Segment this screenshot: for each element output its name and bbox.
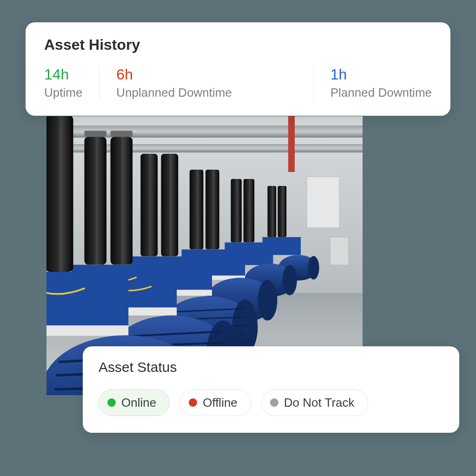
metric-unplanned-value: 6h — [116, 66, 296, 83]
svg-rect-24 — [161, 154, 178, 257]
metric-uptime-label: Uptime — [44, 86, 82, 100]
metric-unplanned-downtime: 6h Unplanned Downtime — [116, 66, 313, 100]
svg-rect-7 — [268, 186, 277, 237]
status-dot-icon — [107, 398, 116, 407]
status-option-do-not-track[interactable]: Do Not Track — [261, 389, 368, 416]
svg-rect-34 — [84, 137, 106, 264]
metric-planned-downtime: 1h Planned Downtime — [331, 66, 432, 100]
svg-rect-36 — [84, 131, 106, 137]
svg-rect-6 — [330, 237, 349, 265]
svg-point-16 — [283, 265, 297, 295]
svg-rect-5 — [307, 177, 339, 228]
svg-rect-51 — [46, 325, 128, 336]
asset-history-title: Asset History — [44, 36, 432, 53]
metric-planned-label: Planned Downtime — [331, 86, 432, 100]
metric-divider — [313, 66, 314, 100]
status-option-label: Online — [121, 396, 156, 410]
svg-rect-50 — [46, 272, 128, 333]
svg-rect-8 — [278, 186, 287, 237]
svg-rect-4 — [288, 116, 295, 172]
metric-unplanned-label: Unplanned Downtime — [116, 86, 296, 100]
metric-uptime: 14h Uptime — [44, 66, 99, 100]
status-option-label: Offline — [203, 396, 238, 410]
asset-status-title: Asset Status — [99, 359, 443, 375]
metric-divider — [99, 66, 99, 100]
svg-point-22 — [258, 280, 277, 320]
status-option-label: Do Not Track — [284, 396, 355, 410]
svg-rect-37 — [111, 131, 133, 137]
metric-planned-value: 1h — [331, 66, 432, 83]
asset-status-card: Asset Status Online Offline Do Not Track — [83, 346, 459, 433]
svg-rect-18 — [205, 170, 219, 250]
status-option-offline[interactable]: Offline — [180, 389, 251, 416]
asset-history-card: Asset History 14h Uptime 6h Unplanned Do… — [26, 22, 450, 116]
svg-point-11 — [308, 256, 319, 280]
asset-history-metrics: 14h Uptime 6h Unplanned Downtime 1h Plan… — [44, 66, 432, 100]
status-option-online[interactable]: Online — [99, 389, 170, 416]
status-options: Online Offline Do Not Track — [99, 389, 443, 416]
status-dot-icon — [189, 398, 197, 407]
metric-uptime-value: 14h — [44, 66, 82, 83]
svg-rect-12 — [231, 179, 242, 243]
svg-rect-23 — [140, 154, 158, 257]
svg-rect-35 — [111, 137, 133, 264]
svg-rect-13 — [244, 179, 254, 243]
svg-rect-49 — [46, 116, 73, 272]
status-dot-icon — [270, 398, 278, 407]
svg-rect-17 — [190, 170, 204, 250]
